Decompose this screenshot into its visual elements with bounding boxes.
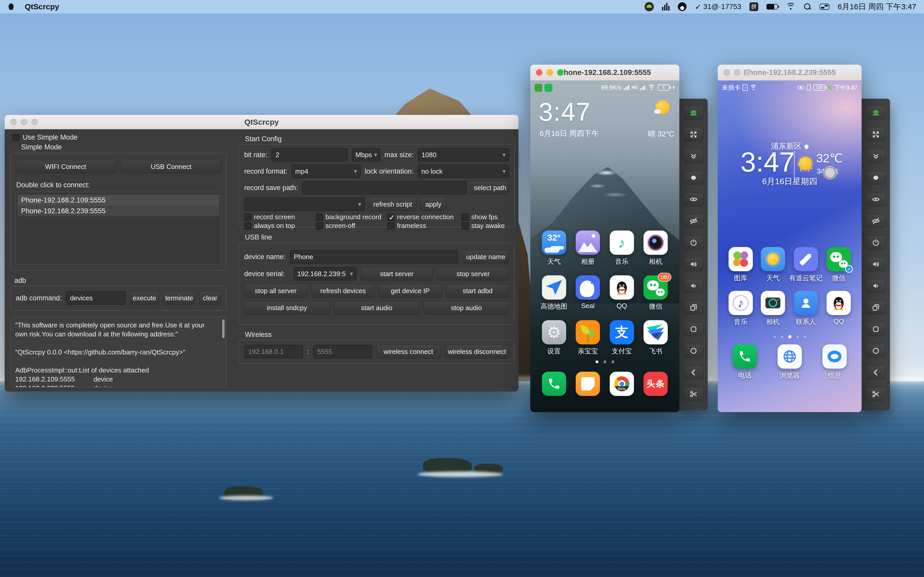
touch-button[interactable] — [866, 171, 886, 185]
record-screen-checkbox[interactable] — [244, 214, 251, 221]
lock-orientation-select[interactable]: no lock — [418, 164, 509, 178]
start-adbd-button[interactable]: start adbd — [446, 284, 509, 298]
screenshot-button[interactable] — [683, 387, 704, 401]
app-icon-qq[interactable] — [610, 276, 634, 300]
app-icon-gallery[interactable] — [729, 247, 753, 271]
app-icon-browser[interactable] — [777, 344, 802, 369]
close-button[interactable] — [536, 69, 543, 76]
input-method-icon[interactable]: 拼 — [750, 2, 758, 11]
refresh-devices-button[interactable]: refresh devices — [312, 284, 375, 298]
app-switch-button[interactable] — [866, 301, 886, 314]
expand-bottom-button[interactable] — [683, 149, 704, 163]
show-fps-option[interactable]: show fps — [462, 213, 509, 221]
stay-awake-option[interactable]: stay awake — [462, 222, 509, 230]
refresh-script-button[interactable]: refresh script — [369, 198, 416, 211]
show-fps-checkbox[interactable] — [462, 214, 469, 221]
close-button[interactable] — [10, 119, 17, 125]
menu-button[interactable] — [866, 322, 886, 336]
execute-button[interactable]: execute — [130, 291, 159, 305]
use-simple-mode-row[interactable]: Use Simple Mode — [12, 134, 78, 142]
app-icon-phone[interactable] — [542, 372, 566, 396]
log-scrollbar[interactable] — [222, 319, 225, 338]
max-size-select[interactable]: 1080 — [418, 148, 509, 161]
app-icon-music[interactable]: ♪ — [729, 291, 753, 315]
volume-up-button[interactable] — [866, 257, 886, 271]
stop-audio-button[interactable]: stop audio — [423, 301, 509, 314]
wifi-connect-button[interactable]: WIFI Connect — [16, 160, 115, 173]
screen-off-checkbox[interactable] — [316, 222, 323, 229]
app-icon-notes[interactable] — [576, 372, 600, 396]
use-simple-mode-checkbox[interactable] — [12, 134, 19, 141]
stay-awake-checkbox[interactable] — [462, 222, 469, 229]
app-icon-contacts[interactable] — [794, 291, 818, 315]
record-screen-option[interactable]: record screen — [244, 213, 316, 221]
frameless-checkbox[interactable] — [387, 222, 394, 229]
battery-icon[interactable] — [766, 4, 778, 10]
adb-log-output[interactable]: "This software is completely open source… — [10, 316, 226, 387]
volume-up-button[interactable] — [683, 257, 704, 271]
reverse-connection-checkbox[interactable] — [387, 214, 394, 221]
app-icon-phone[interactable] — [733, 344, 757, 369]
apply-button[interactable]: apply — [420, 198, 446, 211]
background-record-option[interactable]: background record — [316, 213, 388, 221]
screenshot-button[interactable] — [866, 387, 886, 401]
wireless-ip-input[interactable] — [244, 345, 303, 358]
screen-on-button[interactable] — [683, 192, 704, 206]
volume-down-button[interactable] — [683, 279, 704, 293]
app-icon-chrome-beta[interactable]: Beta — [610, 372, 634, 396]
screen-on-button[interactable] — [866, 192, 886, 206]
script-select[interactable] — [244, 198, 365, 211]
apple-menu-icon[interactable] — [8, 3, 15, 11]
home-button[interactable] — [866, 344, 886, 358]
close-button[interactable] — [724, 69, 730, 76]
always-on-top-checkbox[interactable] — [244, 222, 251, 229]
device-list[interactable]: Phone-192.168.2.109:5555 Phone-192.168.2… — [16, 192, 221, 264]
adb-command-input[interactable] — [66, 291, 126, 305]
power-button[interactable] — [683, 236, 704, 250]
record-save-path-input[interactable] — [302, 181, 467, 195]
reverse-connection-option[interactable]: reverse connection — [387, 213, 462, 221]
get-device-ip-button[interactable]: get device IP — [379, 284, 442, 298]
phone1-screen[interactable]: 89.9K/s HD 5 3:47 6月16日 周四下午 晴 32°C 32°天… — [530, 81, 679, 412]
github-icon[interactable] — [678, 2, 687, 11]
start-audio-button[interactable]: start audio — [334, 301, 420, 314]
home-button[interactable] — [683, 344, 704, 358]
app-icon-music[interactable]: ♪ — [610, 230, 634, 255]
expand-bottom-button[interactable] — [866, 149, 886, 163]
phone2-page-dots[interactable] — [718, 335, 862, 338]
app-icon-qinbaobao[interactable] — [576, 320, 600, 344]
phone2-titlebar[interactable]: Phone-192.168.2.239:5555 — [718, 64, 862, 81]
record-format-select[interactable]: mp4 — [292, 164, 361, 178]
fullscreen-button[interactable] — [866, 127, 886, 142]
wireless-disconnect-button[interactable]: wireless disconnect — [445, 345, 509, 358]
phone1-page-dots[interactable] — [530, 360, 679, 363]
app-icon-seal[interactable] — [576, 276, 600, 300]
task-status-item[interactable]: ✓31@·17753 — [695, 2, 741, 11]
phone2-screen[interactable]: 未插卡 ! 100 下午3:47 浦东新区 3:47 下午 32℃ 34 / 2… — [718, 81, 862, 412]
usb-connect-button[interactable]: USB Connect — [121, 160, 221, 173]
screen-off-option[interactable]: screen-off — [316, 222, 388, 230]
device-list-item[interactable]: Phone-192.168.2.109:5555 — [18, 195, 219, 206]
app-icon-weather[interactable] — [761, 247, 785, 271]
app-icon-qq[interactable] — [827, 291, 851, 315]
app-icon-feishu[interactable] — [643, 320, 668, 344]
app-icon-camera[interactable] — [643, 230, 668, 255]
wireless-connect-button[interactable]: wireless connect — [376, 345, 441, 358]
app-icon-youdao-note[interactable] — [794, 247, 818, 271]
back-button[interactable] — [683, 366, 704, 379]
minimize-button[interactable] — [546, 69, 553, 76]
device-list-item[interactable]: Phone-192.168.2.239:5555 — [18, 206, 219, 216]
menubar-app-name[interactable]: QtScrcpy — [25, 2, 59, 11]
app-icon-camera[interactable] — [761, 291, 785, 315]
stop-server-button[interactable]: stop server — [437, 267, 509, 280]
stop-all-server-button[interactable]: stop all server — [244, 284, 307, 298]
app-icon-messages[interactable] — [822, 344, 846, 369]
screen-off-button[interactable] — [683, 214, 704, 228]
background-record-checkbox[interactable] — [316, 214, 323, 221]
clear-button[interactable]: clear — [199, 291, 221, 305]
minimize-button[interactable] — [734, 69, 740, 76]
zoom-button[interactable] — [745, 69, 751, 76]
volume-down-button[interactable] — [866, 279, 886, 293]
app-icon-gallery[interactable] — [576, 230, 600, 255]
assistive-ball[interactable] — [823, 166, 837, 179]
